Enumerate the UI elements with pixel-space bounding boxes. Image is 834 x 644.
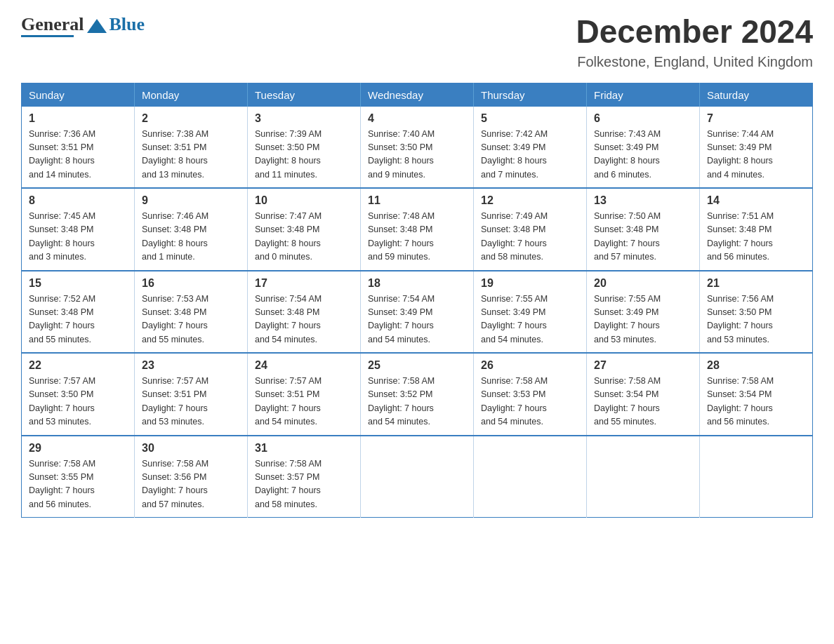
day-number: 31 [255,442,353,455]
col-sunday: Sunday [22,83,135,107]
calendar-cell: 6Sunrise: 7:43 AMSunset: 3:49 PMDaylight… [587,107,700,189]
calendar-cell [587,436,700,518]
day-info: Sunrise: 7:58 AMSunset: 3:54 PMDaylight:… [594,375,692,429]
logo-flag-icon [86,18,108,34]
logo-area: General Blue [21,14,145,40]
calendar-cell: 23Sunrise: 7:57 AMSunset: 3:51 PMDayligh… [135,353,248,436]
day-number: 25 [368,359,466,372]
day-number: 28 [707,359,805,372]
col-thursday: Thursday [474,83,587,107]
day-info: Sunrise: 7:43 AMSunset: 3:49 PMDaylight:… [594,128,692,182]
day-info: Sunrise: 7:44 AMSunset: 3:49 PMDaylight:… [707,128,805,182]
calendar-cell: 7Sunrise: 7:44 AMSunset: 3:49 PMDaylight… [700,107,813,189]
day-info: Sunrise: 7:47 AMSunset: 3:48 PMDaylight:… [255,210,353,264]
day-number: 13 [594,194,692,207]
day-info: Sunrise: 7:58 AMSunset: 3:55 PMDaylight:… [29,457,127,512]
calendar-cell: 18Sunrise: 7:54 AMSunset: 3:49 PMDayligh… [361,271,474,354]
day-number: 24 [255,359,353,372]
day-info: Sunrise: 7:46 AMSunset: 3:48 PMDaylight:… [142,210,240,264]
calendar-row-5: 29Sunrise: 7:58 AMSunset: 3:55 PMDayligh… [22,436,813,518]
day-number: 19 [481,277,579,290]
day-info: Sunrise: 7:57 AMSunset: 3:50 PMDaylight:… [29,375,127,429]
day-info: Sunrise: 7:57 AMSunset: 3:51 PMDaylight:… [142,375,240,429]
day-info: Sunrise: 7:58 AMSunset: 3:53 PMDaylight:… [481,375,579,429]
day-info: Sunrise: 7:54 AMSunset: 3:49 PMDaylight:… [368,293,466,347]
logo-wrapper: General Blue [21,14,145,37]
col-tuesday: Tuesday [248,83,361,107]
calendar-row-4: 22Sunrise: 7:57 AMSunset: 3:50 PMDayligh… [22,353,813,436]
calendar-cell: 27Sunrise: 7:58 AMSunset: 3:54 PMDayligh… [587,353,700,436]
day-info: Sunrise: 7:50 AMSunset: 3:48 PMDaylight:… [594,210,692,264]
logo-general-text: General [21,14,84,35]
calendar-cell: 4Sunrise: 7:40 AMSunset: 3:50 PMDaylight… [361,107,474,189]
day-info: Sunrise: 7:54 AMSunset: 3:48 PMDaylight:… [255,293,353,347]
page-container: General Blue December 2024 Folkestone, E… [21,14,813,518]
calendar-cell: 30Sunrise: 7:58 AMSunset: 3:56 PMDayligh… [135,436,248,518]
calendar-table: Sunday Monday Tuesday Wednesday Thursday… [21,83,813,518]
calendar-cell: 29Sunrise: 7:58 AMSunset: 3:55 PMDayligh… [22,436,135,518]
day-info: Sunrise: 7:38 AMSunset: 3:51 PMDaylight:… [142,128,240,182]
calendar-cell [361,436,474,518]
header: General Blue December 2024 Folkestone, E… [21,14,813,70]
day-number: 22 [29,359,127,372]
calendar-cell [700,436,813,518]
day-number: 4 [368,112,466,125]
calendar-row-3: 15Sunrise: 7:52 AMSunset: 3:48 PMDayligh… [22,271,813,354]
day-number: 27 [594,359,692,372]
day-info: Sunrise: 7:45 AMSunset: 3:48 PMDaylight:… [29,210,127,264]
calendar-cell: 28Sunrise: 7:58 AMSunset: 3:54 PMDayligh… [700,353,813,436]
calendar-row-1: 1Sunrise: 7:36 AMSunset: 3:51 PMDaylight… [22,107,813,189]
day-number: 2 [142,112,240,125]
day-info: Sunrise: 7:40 AMSunset: 3:50 PMDaylight:… [368,128,466,182]
day-number: 15 [29,277,127,290]
calendar-cell: 31Sunrise: 7:58 AMSunset: 3:57 PMDayligh… [248,436,361,518]
calendar-cell [474,436,587,518]
calendar-cell: 20Sunrise: 7:55 AMSunset: 3:49 PMDayligh… [587,271,700,354]
calendar-cell: 13Sunrise: 7:50 AMSunset: 3:48 PMDayligh… [587,188,700,271]
calendar-cell: 15Sunrise: 7:52 AMSunset: 3:48 PMDayligh… [22,271,135,354]
day-info: Sunrise: 7:39 AMSunset: 3:50 PMDaylight:… [255,128,353,182]
day-number: 3 [255,112,353,125]
day-info: Sunrise: 7:58 AMSunset: 3:54 PMDaylight:… [707,375,805,429]
calendar-cell: 8Sunrise: 7:45 AMSunset: 3:48 PMDaylight… [22,188,135,271]
day-info: Sunrise: 7:53 AMSunset: 3:48 PMDaylight:… [142,293,240,347]
calendar-cell: 9Sunrise: 7:46 AMSunset: 3:48 PMDaylight… [135,188,248,271]
day-number: 26 [481,359,579,372]
day-info: Sunrise: 7:51 AMSunset: 3:48 PMDaylight:… [707,210,805,264]
col-monday: Monday [135,83,248,107]
day-number: 29 [29,442,127,455]
day-number: 20 [594,277,692,290]
svg-marker-0 [87,19,107,33]
day-number: 14 [707,194,805,207]
day-info: Sunrise: 7:55 AMSunset: 3:49 PMDaylight:… [594,293,692,347]
day-info: Sunrise: 7:55 AMSunset: 3:49 PMDaylight:… [481,293,579,347]
day-info: Sunrise: 7:58 AMSunset: 3:57 PMDaylight:… [255,457,353,512]
day-number: 11 [368,194,466,207]
day-number: 16 [142,277,240,290]
calendar-cell: 14Sunrise: 7:51 AMSunset: 3:48 PMDayligh… [700,188,813,271]
page-subtitle: Folkestone, England, United Kingdom [576,54,813,70]
day-info: Sunrise: 7:56 AMSunset: 3:50 PMDaylight:… [707,293,805,347]
calendar-cell: 26Sunrise: 7:58 AMSunset: 3:53 PMDayligh… [474,353,587,436]
day-info: Sunrise: 7:49 AMSunset: 3:48 PMDaylight:… [481,210,579,264]
day-number: 9 [142,194,240,207]
calendar-cell: 12Sunrise: 7:49 AMSunset: 3:48 PMDayligh… [474,188,587,271]
col-saturday: Saturday [700,83,813,107]
day-number: 5 [481,112,579,125]
calendar-cell: 24Sunrise: 7:57 AMSunset: 3:51 PMDayligh… [248,353,361,436]
calendar-cell: 10Sunrise: 7:47 AMSunset: 3:48 PMDayligh… [248,188,361,271]
day-number: 6 [594,112,692,125]
day-number: 18 [368,277,466,290]
calendar-cell: 21Sunrise: 7:56 AMSunset: 3:50 PMDayligh… [700,271,813,354]
calendar-cell: 17Sunrise: 7:54 AMSunset: 3:48 PMDayligh… [248,271,361,354]
calendar-cell: 11Sunrise: 7:48 AMSunset: 3:48 PMDayligh… [361,188,474,271]
logo-underline [21,35,74,37]
day-info: Sunrise: 7:48 AMSunset: 3:48 PMDaylight:… [368,210,466,264]
day-number: 21 [707,277,805,290]
calendar-cell: 5Sunrise: 7:42 AMSunset: 3:49 PMDaylight… [474,107,587,189]
day-info: Sunrise: 7:36 AMSunset: 3:51 PMDaylight:… [29,128,127,182]
day-number: 8 [29,194,127,207]
day-info: Sunrise: 7:42 AMSunset: 3:49 PMDaylight:… [481,128,579,182]
calendar-row-2: 8Sunrise: 7:45 AMSunset: 3:48 PMDaylight… [22,188,813,271]
day-number: 10 [255,194,353,207]
